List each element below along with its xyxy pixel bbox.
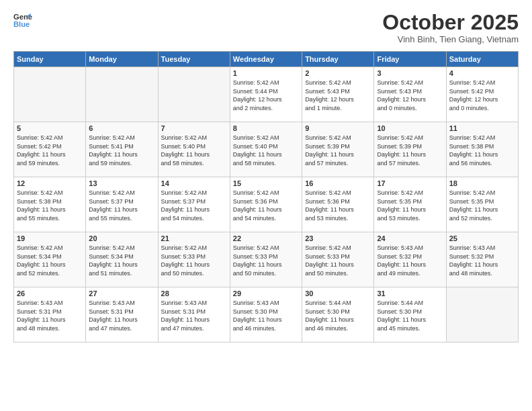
calendar-cell-w2-d4: 8Sunrise: 5:42 AM Sunset: 5:40 PM Daylig… — [230, 122, 302, 177]
calendar-table: Sunday Monday Tuesday Wednesday Thursday… — [13, 51, 519, 342]
location-subtitle: Vinh Binh, Tien Giang, Vietnam — [382, 34, 519, 44]
day-info: Sunrise: 5:42 AM Sunset: 5:44 PM Dayligh… — [233, 79, 299, 112]
day-info: Sunrise: 5:42 AM Sunset: 5:43 PM Dayligh… — [305, 79, 371, 112]
calendar-cell-w2-d7: 11Sunrise: 5:42 AM Sunset: 5:38 PM Dayli… — [446, 122, 518, 177]
day-info: Sunrise: 5:44 AM Sunset: 5:30 PM Dayligh… — [305, 299, 371, 332]
header-tuesday: Tuesday — [158, 52, 230, 67]
calendar-cell-w1-d2 — [86, 67, 158, 122]
calendar-cell-w2-d5: 9Sunrise: 5:42 AM Sunset: 5:39 PM Daylig… — [302, 122, 374, 177]
calendar-week-3: 12Sunrise: 5:42 AM Sunset: 5:38 PM Dayli… — [14, 177, 519, 232]
calendar-cell-w4-d3: 21Sunrise: 5:42 AM Sunset: 5:33 PM Dayli… — [158, 232, 230, 287]
day-info: Sunrise: 5:42 AM Sunset: 5:37 PM Dayligh… — [161, 189, 227, 222]
header-sunday: Sunday — [14, 52, 86, 67]
calendar-cell-w1-d3 — [158, 67, 230, 122]
calendar-cell-w3-d4: 15Sunrise: 5:42 AM Sunset: 5:36 PM Dayli… — [230, 177, 302, 232]
calendar-cell-w2-d2: 6Sunrise: 5:42 AM Sunset: 5:41 PM Daylig… — [86, 122, 158, 177]
calendar-cell-w1-d5: 2Sunrise: 5:42 AM Sunset: 5:43 PM Daylig… — [302, 67, 374, 122]
day-number: 5 — [17, 124, 83, 132]
day-number: 6 — [89, 124, 154, 132]
calendar-cell-w5-d7 — [446, 287, 518, 342]
day-number: 10 — [377, 124, 443, 132]
calendar-header-row: Sunday Monday Tuesday Wednesday Thursday… — [14, 52, 519, 67]
day-number: 20 — [89, 234, 154, 242]
header-wednesday: Wednesday — [230, 52, 302, 67]
day-number: 8 — [233, 124, 299, 132]
header-friday: Friday — [374, 52, 446, 67]
calendar-cell-w1-d7: 4Sunrise: 5:42 AM Sunset: 5:42 PM Daylig… — [446, 67, 518, 122]
day-info: Sunrise: 5:42 AM Sunset: 5:39 PM Dayligh… — [377, 134, 443, 167]
day-number: 15 — [233, 179, 299, 187]
day-info: Sunrise: 5:43 AM Sunset: 5:31 PM Dayligh… — [161, 299, 227, 332]
day-number: 9 — [305, 124, 371, 132]
day-number: 19 — [17, 234, 83, 242]
calendar-cell-w5-d1: 26Sunrise: 5:43 AM Sunset: 5:31 PM Dayli… — [14, 287, 86, 342]
day-number: 4 — [449, 69, 515, 77]
day-info: Sunrise: 5:43 AM Sunset: 5:32 PM Dayligh… — [377, 244, 443, 277]
calendar-cell-w4-d1: 19Sunrise: 5:42 AM Sunset: 5:34 PM Dayli… — [14, 232, 86, 287]
calendar-cell-w3-d7: 18Sunrise: 5:42 AM Sunset: 5:35 PM Dayli… — [446, 177, 518, 232]
header-thursday: Thursday — [302, 52, 374, 67]
page: General Blue October 2025 Vinh Binh, Tie… — [0, 0, 532, 411]
calendar-cell-w1-d4: 1Sunrise: 5:42 AM Sunset: 5:44 PM Daylig… — [230, 67, 302, 122]
calendar-cell-w1-d6: 3Sunrise: 5:42 AM Sunset: 5:43 PM Daylig… — [374, 67, 446, 122]
header-saturday: Saturday — [446, 52, 518, 67]
day-info: Sunrise: 5:42 AM Sunset: 5:39 PM Dayligh… — [305, 134, 371, 167]
day-number: 28 — [161, 289, 227, 298]
day-info: Sunrise: 5:42 AM Sunset: 5:41 PM Dayligh… — [89, 134, 154, 167]
calendar-cell-w5-d5: 30Sunrise: 5:44 AM Sunset: 5:30 PM Dayli… — [302, 287, 374, 342]
day-number: 18 — [449, 179, 515, 187]
calendar-cell-w2-d3: 7Sunrise: 5:42 AM Sunset: 5:40 PM Daylig… — [158, 122, 230, 177]
logo: General Blue — [13, 11, 32, 30]
month-title: October 2025 — [382, 11, 519, 34]
day-number: 25 — [449, 234, 515, 242]
day-info: Sunrise: 5:42 AM Sunset: 5:40 PM Dayligh… — [161, 134, 227, 167]
day-number: 22 — [233, 234, 299, 242]
calendar-cell-w3-d5: 16Sunrise: 5:42 AM Sunset: 5:36 PM Dayli… — [302, 177, 374, 232]
calendar-cell-w4-d5: 23Sunrise: 5:42 AM Sunset: 5:33 PM Dayli… — [302, 232, 374, 287]
calendar-cell-w2-d6: 10Sunrise: 5:42 AM Sunset: 5:39 PM Dayli… — [374, 122, 446, 177]
title-block: October 2025 Vinh Binh, Tien Giang, Viet… — [382, 11, 519, 44]
day-number: 11 — [449, 124, 515, 132]
day-number: 21 — [161, 234, 227, 242]
day-info: Sunrise: 5:42 AM Sunset: 5:43 PM Dayligh… — [377, 79, 443, 112]
day-info: Sunrise: 5:42 AM Sunset: 5:38 PM Dayligh… — [449, 134, 515, 167]
day-info: Sunrise: 5:42 AM Sunset: 5:33 PM Dayligh… — [233, 244, 299, 277]
day-number: 16 — [305, 179, 371, 187]
calendar-cell-w3-d1: 12Sunrise: 5:42 AM Sunset: 5:38 PM Dayli… — [14, 177, 86, 232]
day-number: 30 — [305, 289, 371, 298]
header: General Blue October 2025 Vinh Binh, Tie… — [13, 11, 519, 44]
calendar-cell-w3-d3: 14Sunrise: 5:42 AM Sunset: 5:37 PM Dayli… — [158, 177, 230, 232]
day-info: Sunrise: 5:43 AM Sunset: 5:31 PM Dayligh… — [89, 299, 154, 332]
calendar-cell-w5-d4: 29Sunrise: 5:43 AM Sunset: 5:30 PM Dayli… — [230, 287, 302, 342]
day-number: 23 — [305, 234, 371, 242]
day-info: Sunrise: 5:42 AM Sunset: 5:36 PM Dayligh… — [305, 189, 371, 222]
day-number: 31 — [377, 289, 443, 298]
day-number: 12 — [17, 179, 83, 187]
day-number: 27 — [89, 289, 154, 298]
day-info: Sunrise: 5:43 AM Sunset: 5:30 PM Dayligh… — [233, 299, 299, 332]
day-info: Sunrise: 5:42 AM Sunset: 5:34 PM Dayligh… — [89, 244, 154, 277]
calendar-cell-w1-d1 — [14, 67, 86, 122]
day-number: 3 — [377, 69, 443, 77]
calendar-week-5: 26Sunrise: 5:43 AM Sunset: 5:31 PM Dayli… — [14, 287, 519, 342]
calendar-week-1: 1Sunrise: 5:42 AM Sunset: 5:44 PM Daylig… — [14, 67, 519, 122]
day-info: Sunrise: 5:42 AM Sunset: 5:36 PM Dayligh… — [233, 189, 299, 222]
calendar-cell-w5-d6: 31Sunrise: 5:44 AM Sunset: 5:30 PM Dayli… — [374, 287, 446, 342]
day-number: 13 — [89, 179, 154, 187]
logo-icon: General Blue — [13, 11, 32, 30]
header-monday: Monday — [86, 52, 158, 67]
calendar-cell-w4-d6: 24Sunrise: 5:43 AM Sunset: 5:32 PM Dayli… — [374, 232, 446, 287]
day-info: Sunrise: 5:42 AM Sunset: 5:33 PM Dayligh… — [161, 244, 227, 277]
day-number: 14 — [161, 179, 227, 187]
day-number: 17 — [377, 179, 443, 187]
calendar-cell-w3-d6: 17Sunrise: 5:42 AM Sunset: 5:35 PM Dayli… — [374, 177, 446, 232]
calendar-cell-w5-d3: 28Sunrise: 5:43 AM Sunset: 5:31 PM Dayli… — [158, 287, 230, 342]
day-info: Sunrise: 5:42 AM Sunset: 5:33 PM Dayligh… — [305, 244, 371, 277]
calendar-cell-w5-d2: 27Sunrise: 5:43 AM Sunset: 5:31 PM Dayli… — [86, 287, 158, 342]
day-info: Sunrise: 5:42 AM Sunset: 5:42 PM Dayligh… — [449, 79, 515, 112]
calendar-week-4: 19Sunrise: 5:42 AM Sunset: 5:34 PM Dayli… — [14, 232, 519, 287]
day-number: 2 — [305, 69, 371, 77]
day-number: 7 — [161, 124, 227, 132]
day-number: 24 — [377, 234, 443, 242]
calendar-cell-w4-d2: 20Sunrise: 5:42 AM Sunset: 5:34 PM Dayli… — [86, 232, 158, 287]
